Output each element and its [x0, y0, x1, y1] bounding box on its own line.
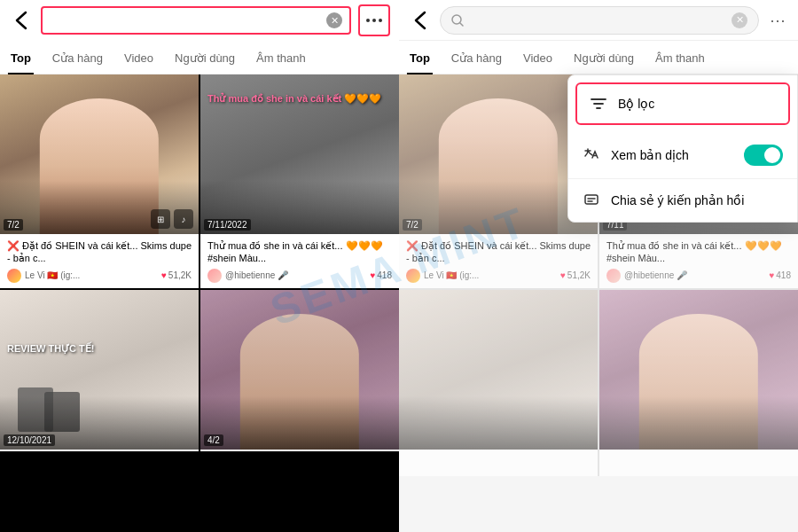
right-video-info-2: Thử mua đồ she in và cái kết... 🧡🧡🧡 #she… — [599, 234, 798, 288]
avatar-1 — [7, 269, 21, 283]
left-video-grid: 7/2 ⊞ ♪ ❌ Đặt đồ SHEIN và cái kết... Ski… — [0, 74, 399, 451]
right-video-title-2: Thử mua đồ she in và cái kết... 🧡🧡🧡 #she… — [606, 239, 791, 265]
right-heart-count-2: ♥ 418 — [769, 270, 791, 280]
translate-toggle[interactable] — [744, 145, 783, 166]
gallery-icon: ⊞ — [151, 209, 170, 229]
right-heart-count-1: ♥ 51,2K — [560, 270, 591, 280]
heart-count-2: ♥ 418 — [370, 270, 392, 280]
tab-cuahang-left[interactable]: Cửa hàng — [42, 41, 113, 74]
heart-count-1: ♥ 51,2K — [161, 270, 192, 280]
video-info-1: ❌ Đặt đồ SHEIN và cái kết... Skims dupe … — [0, 234, 199, 288]
right-more-button[interactable]: ⋯ — [766, 7, 789, 34]
avatar-2 — [207, 269, 222, 283]
back-button[interactable] — [9, 8, 34, 33]
right-search-bar[interactable]: ✕ — [440, 6, 759, 35]
video-title-2: Thử mua đồ she in và cái kết... 🧡🧡🧡 #she… — [207, 239, 392, 265]
right-video-card-3[interactable] — [399, 290, 598, 476]
right-video-info-1: ❌ Đặt đồ SHEIN và cái kết... Skims dupe … — [399, 234, 598, 288]
filter-label: Bộ lọc — [618, 97, 776, 111]
right-video-title-1: ❌ Đặt đồ SHEIN và cái kết... Skims dupe … — [406, 239, 591, 265]
video-meta-1: Le Vi 🇻🇳 (ig:... ♥ 51,2K — [7, 269, 192, 283]
tab-nguoidung-right[interactable]: Người dùng — [563, 41, 645, 74]
tab-video-right[interactable]: Video — [512, 41, 563, 74]
video-icons-1: ⊞ ♪ — [151, 209, 193, 229]
page-indicator-4: 4/2 — [204, 434, 223, 446]
feedback-label: Chia sẻ ý kiến phản hồi — [611, 193, 783, 207]
filter-icon — [590, 95, 607, 113]
page-indicator-1: 7/2 — [4, 219, 23, 231]
svg-point-1 — [372, 19, 376, 22]
dropdown-menu: Bộ lọc Xem bản dịch — [567, 74, 798, 223]
right-video-meta-2: @hibetienne 🎤 ♥ 418 — [606, 269, 791, 283]
right-page-indicator-1: 7/2 — [403, 219, 422, 231]
more-options-button[interactable] — [358, 4, 390, 36]
svg-point-0 — [366, 19, 370, 22]
page-indicator-2: 7/11/2022 — [204, 219, 251, 231]
video-meta-2: @hibetienne 🎤 ♥ 418 — [207, 269, 392, 283]
right-avatar-2 — [606, 269, 621, 283]
tab-top-right[interactable]: Top — [399, 41, 441, 74]
overlay-text-2: Thử mua đồ she in và cái kết 🧡🧡🧡 — [207, 92, 392, 106]
video-info-2: Thử mua đồ she in và cái kết... 🧡🧡🧡 #she… — [200, 234, 399, 288]
screen-container: SEMA MINT ✕ Top — [0, 0, 798, 532]
tab-top-left[interactable]: Top — [0, 41, 42, 74]
video-card-3[interactable]: REVIEW THỰC TẾ! 12/10/2021 — [0, 290, 199, 451]
right-video-meta-1: Le Vi 🇻🇳 (ig:... ♥ 51,2K — [406, 269, 591, 283]
search-input[interactable] — [50, 14, 326, 27]
video-card-4[interactable]: 4/2 — [200, 290, 399, 451]
left-panel: ✕ Top Cửa hàng Video Người dùng — [0, 0, 399, 532]
right-search-input[interactable] — [469, 13, 732, 27]
video-title-1: ❌ Đặt đồ SHEIN và cái kết... Skims dupe … — [7, 239, 192, 265]
overlay-text-3: REVIEW THỰC TẾ! — [7, 343, 95, 355]
dropdown-item-translate[interactable]: Xem bản dịch — [568, 132, 797, 179]
right-avatar-1 — [406, 269, 420, 283]
tab-amthanh-right[interactable]: Âm thanh — [645, 41, 716, 74]
dropdown-item-feedback[interactable]: Chia sẻ ý kiến phản hồi — [568, 179, 797, 222]
translate-label: Xem bản dịch — [611, 148, 733, 162]
sound-icon: ♪ — [174, 209, 193, 229]
svg-rect-4 — [585, 195, 598, 204]
feedback-icon — [583, 192, 600, 209]
search-clear-button[interactable]: ✕ — [326, 12, 342, 28]
tab-amthanh-left[interactable]: Âm thanh — [246, 41, 317, 74]
tab-cuahang-right[interactable]: Cửa hàng — [441, 41, 512, 74]
right-tabs: Top Cửa hàng Video Người dùng Âm thanh — [399, 41, 798, 74]
video-card-1[interactable]: 7/2 ⊞ ♪ ❌ Đặt đồ SHEIN và cái kết... Ski… — [0, 74, 199, 288]
translate-icon — [583, 146, 600, 164]
tab-video-left[interactable]: Video — [113, 41, 164, 74]
right-header: ✕ ⋯ — [399, 0, 798, 41]
toggle-knob — [764, 147, 780, 163]
svg-point-2 — [379, 19, 382, 22]
left-header: ✕ — [0, 0, 399, 41]
left-tabs: Top Cửa hàng Video Người dùng Âm thanh — [0, 41, 399, 74]
right-panel: ✕ ⋯ Top Cửa hàng Video Người dùng Âm tha… — [399, 0, 798, 532]
right-search-clear[interactable]: ✕ — [732, 12, 747, 28]
tab-nguoidung-left[interactable]: Người dùng — [164, 41, 246, 74]
video-card-2[interactable]: Thử mua đồ she in và cái kết 🧡🧡🧡 7/11/20… — [200, 74, 399, 288]
right-back-button[interactable] — [408, 8, 433, 33]
search-bar[interactable]: ✕ — [41, 6, 351, 35]
page-indicator-3: 12/10/2021 — [4, 434, 55, 446]
right-video-card-4[interactable] — [599, 290, 798, 476]
dropdown-item-filter[interactable]: Bộ lọc — [575, 82, 790, 125]
